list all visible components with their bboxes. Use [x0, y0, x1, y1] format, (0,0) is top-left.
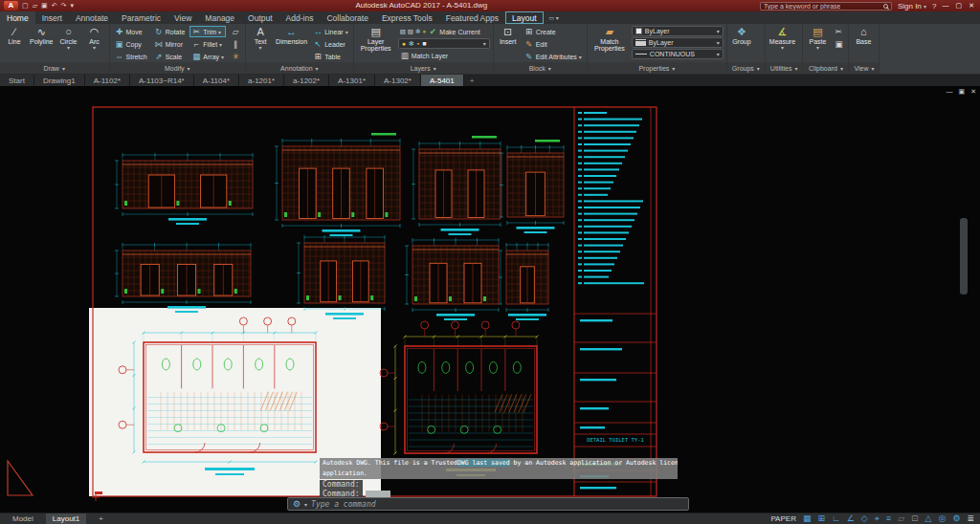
menu-tab-insert[interactable]: Insert: [35, 11, 69, 24]
minimize-icon[interactable]: —: [943, 2, 949, 10]
drawing-area[interactable]: DETAIL TOILET TY-1 —▣✕ Autodesk DWG. Thi…: [0, 86, 980, 513]
menu-tab-collaborate[interactable]: Collaborate: [320, 11, 374, 24]
polar-icon[interactable]: ∠: [847, 514, 855, 523]
selection-cycling-icon[interactable]: ⊡: [911, 514, 919, 523]
elevation-view[interactable]: [115, 153, 253, 225]
ribbon-button-fillet[interactable]: ⌐Fillet▾: [189, 38, 226, 50]
plan-view[interactable]: [380, 321, 539, 476]
ribbon-button-create[interactable]: ⊞Create: [523, 26, 584, 37]
panel-title-block[interactable]: Block▾: [494, 62, 587, 74]
new-icon[interactable]: ▢: [22, 0, 29, 11]
ribbon-button-table[interactable]: ⊞Table: [311, 51, 349, 62]
doc-tab-a-1102[interactable]: A-1102*: [85, 75, 130, 86]
menu-tab-manage[interactable]: Manage: [198, 11, 241, 24]
ribbon-button-linear[interactable]: ↔Linear▾: [311, 26, 349, 37]
doc-tab-start[interactable]: Start: [0, 75, 34, 86]
workspace-icon[interactable]: ⚙: [952, 514, 960, 523]
undo-icon[interactable]: ↶: [52, 0, 57, 11]
ribbon-button-circle[interactable]: ○Circle▾: [57, 26, 80, 52]
ribbon-button-scale[interactable]: ⇗Scale: [152, 51, 188, 62]
menu-tab-annotate[interactable]: Annotate: [69, 11, 115, 24]
ribbon-button-group[interactable]: ❖Group: [730, 26, 753, 45]
ribbon-button-edit[interactable]: ✎Edit: [523, 38, 584, 50]
command-input[interactable]: Type a command: [311, 500, 375, 509]
new-drawing-tab-button[interactable]: +: [464, 75, 480, 86]
ribbon-button-dimension[interactable]: ↔Dimension: [275, 26, 308, 45]
open-icon[interactable]: ▱: [33, 0, 37, 11]
help-button[interactable]: ?: [932, 2, 936, 11]
command-tools-icon[interactable]: ⚙: [293, 500, 301, 509]
add-layout-button[interactable]: +: [92, 513, 110, 524]
ribbon-button-make-current[interactable]: ▧▨✻●✔Make Current: [398, 26, 490, 37]
elevation-view[interactable]: [412, 136, 501, 235]
doc-tab-drawing1[interactable]: Drawing1: [34, 75, 85, 86]
ribbon-dropdown-layer[interactable]: ●✻▪■▾: [398, 38, 490, 49]
ribbon-dropdown-lineweight[interactable]: ByLayer▾: [632, 37, 724, 48]
doc-tab-a-5401[interactable]: A-5401: [421, 75, 464, 86]
app-menu-button[interactable]: A: [4, 1, 18, 11]
ribbon-button-line[interactable]: ∕Line: [3, 26, 26, 45]
doc-tab-a-1301[interactable]: A-1301*: [329, 75, 375, 86]
ribbon-button-copy-clip-icon[interactable]: ▣: [832, 38, 845, 50]
doc-tab-a-1302[interactable]: A-1302*: [375, 75, 421, 86]
ribbon-button-copy[interactable]: ▣Copy: [113, 38, 149, 50]
ribbon-button-stretch[interactable]: ⇔Stretch: [113, 51, 149, 62]
signin-button[interactable]: Sign In ▾: [898, 2, 926, 11]
panel-title-utilities[interactable]: Utilities▾: [766, 62, 803, 74]
menu-tab-layout[interactable]: Layout: [505, 11, 544, 24]
paper-space-toggle[interactable]: PAPER: [770, 514, 796, 523]
elevation-view[interactable]: [500, 140, 564, 233]
cad-viewport[interactable]: DETAIL TOILET TY-1: [0, 86, 980, 513]
ribbon-dropdown-linetype[interactable]: CONTINUOUS▾: [632, 49, 724, 59]
ribbon-button-match-properties[interactable]: ▰Match Properties: [590, 26, 629, 53]
ribbon-button-move[interactable]: ✚Move: [113, 26, 149, 37]
menu-tab-output[interactable]: Output: [241, 11, 279, 24]
ribbon-button-edit-attributes[interactable]: ✎Edit Attributes▾: [523, 51, 584, 62]
ribbon-button-mirror[interactable]: ⋈Mirror: [152, 38, 188, 50]
menu-tab-featured-apps[interactable]: Featured Apps: [439, 11, 505, 24]
menu-tab-home[interactable]: Home: [0, 11, 35, 24]
transparency-icon[interactable]: ▱: [898, 514, 904, 523]
ribbon-button-layer-properties[interactable]: ▤Layer Properties: [357, 26, 395, 53]
elevation-view[interactable]: [275, 133, 400, 236]
save-icon[interactable]: ▣: [41, 0, 48, 11]
doc-tab-a-1201[interactable]: a-1201*: [239, 75, 284, 86]
viewport-restore-icon[interactable]: ▣: [959, 88, 966, 96]
panel-title-clipboard[interactable]: Clipboard▾: [803, 62, 848, 74]
panel-title-properties[interactable]: Properties▾: [588, 62, 726, 74]
ribbon-button-leader[interactable]: ↖Leader: [311, 38, 349, 50]
panel-title-annotation[interactable]: Annotation▾: [246, 62, 353, 74]
menu-tab-express-tools[interactable]: Express Tools: [375, 11, 439, 24]
ribbon-button-measure[interactable]: ∡Measure▾: [768, 26, 796, 52]
ribbon-button-rotate[interactable]: ↻Rotate: [152, 26, 188, 37]
maximize-icon[interactable]: ▢: [956, 2, 963, 10]
elevation-view[interactable]: [405, 238, 499, 320]
vertical-scrollbar[interactable]: [960, 218, 968, 295]
ribbon-button-erase-icon[interactable]: ▱: [229, 26, 242, 37]
ribbon-button-offset-icon[interactable]: ∥: [229, 38, 242, 50]
redo-icon[interactable]: ↷: [61, 0, 67, 11]
ribbon-button-polyline[interactable]: ∿Polyline: [29, 26, 55, 45]
doc-tab-a-1104[interactable]: A-1104*: [194, 75, 239, 86]
isodraft-icon[interactable]: ◇: [861, 514, 868, 523]
ribbon-button-explode-icon[interactable]: ✳: [229, 51, 242, 62]
ribbon-button-match-layer[interactable]: ▥Match Layer: [398, 50, 490, 61]
ribbon-button-text[interactable]: AText▾: [249, 26, 272, 52]
ribbon-button-paste[interactable]: ▤Paste▾: [806, 26, 829, 52]
elevation-view[interactable]: [115, 243, 251, 313]
layout1-tab[interactable]: Layout1: [46, 513, 86, 524]
command-dropdown-icon[interactable]: ▾: [304, 501, 307, 508]
panel-title-view[interactable]: View▾: [849, 62, 879, 74]
menu-tab-parametric[interactable]: Parametric: [115, 11, 167, 24]
viewport-minimize-icon[interactable]: —: [947, 88, 953, 96]
panel-title-draw[interactable]: Draw▾: [0, 62, 109, 74]
doc-tab-a-1202[interactable]: a-1202*: [284, 75, 329, 86]
panel-title-modify[interactable]: Modify▾: [110, 62, 246, 74]
ribbon-display-toggle-icon[interactable]: ▭ ▾: [544, 11, 565, 24]
ribbon-button-array[interactable]: ▦Array▾: [189, 51, 226, 62]
elevation-view[interactable]: [297, 235, 385, 319]
lineweight-icon[interactable]: ≡: [886, 514, 891, 523]
snap-icon[interactable]: ⊞: [817, 514, 825, 523]
close-icon[interactable]: ✕: [969, 2, 974, 10]
ribbon-button-arc[interactable]: ◠Arc▾: [83, 26, 106, 52]
